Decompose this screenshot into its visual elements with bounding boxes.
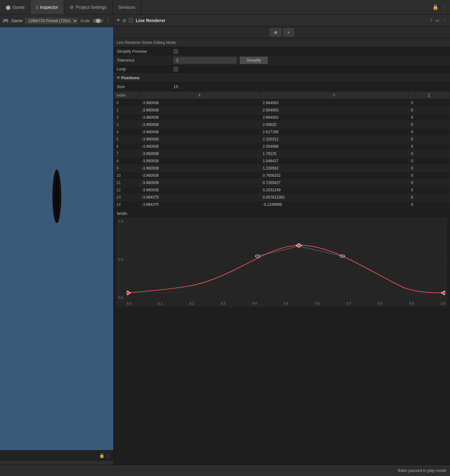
tab-inspector[interactable]: ℹ Inspector xyxy=(31,0,64,14)
tab-inspector-label: Inspector xyxy=(40,5,58,10)
tab-right-icons: 🔒 ⋮ xyxy=(432,4,450,10)
size-label: Size xyxy=(117,84,174,89)
cell-x-7: -3.960938 xyxy=(139,150,260,158)
cell-index-5: 5 xyxy=(114,136,139,143)
gear-icon: ⚙ xyxy=(70,5,74,10)
cell-x-6: -3.960938 xyxy=(139,143,260,150)
cell-index-9: 9 xyxy=(114,165,139,172)
x-0.8: 0.8 xyxy=(378,301,382,305)
add-btn[interactable]: + xyxy=(283,28,294,36)
col-index: Index xyxy=(114,92,139,99)
lock-icon[interactable]: 🔒 xyxy=(432,4,439,10)
cell-z-10: 0 xyxy=(408,172,450,179)
table-row: 7-3.9609381.781250 xyxy=(114,150,450,158)
positions-header[interactable]: Positions xyxy=(114,74,450,82)
cell-y-6: 2.054688 xyxy=(260,143,408,150)
scale-slider[interactable] xyxy=(93,19,103,23)
hierarchy-btn[interactable]: ⊕ xyxy=(270,28,281,36)
cell-z-12: 0 xyxy=(408,187,450,194)
collapse-arrow-icon[interactable] xyxy=(117,19,120,21)
more-bottom-icon[interactable]: ⋮ xyxy=(106,453,111,458)
inspector-scroll[interactable]: Simplify Preview Tolerance Simplify Loop xyxy=(114,47,450,476)
cell-y-0: 2.664063 xyxy=(260,99,408,107)
simplify-preview-checkbox[interactable] xyxy=(174,49,178,54)
cell-x-8: -3.960938 xyxy=(139,158,260,165)
component-title: Line Renderer xyxy=(136,18,165,23)
tolerance-input[interactable] xyxy=(174,57,237,64)
hierarchy-icon: ⊕ xyxy=(274,30,277,35)
cell-index-6: 6 xyxy=(114,143,139,150)
cell-y-9: 1.226562 xyxy=(260,165,408,172)
x-0.6: 0.6 xyxy=(315,301,320,305)
center-anchor xyxy=(296,243,302,247)
left-anchor xyxy=(127,291,131,295)
cell-y-11: 0.7265627 xyxy=(260,179,408,187)
svg-point-5 xyxy=(256,255,260,257)
x-0.1: 0.1 xyxy=(158,301,163,305)
chart-x-labels: 0.0 0.1 0.2 0.3 0.4 0.5 0.6 0.7 0.8 0.9 … xyxy=(127,301,445,305)
loop-label: Loop xyxy=(117,67,174,71)
tab-project-settings[interactable]: ⚙ Project Settings xyxy=(64,0,113,14)
tab-services[interactable]: Services xyxy=(113,0,141,14)
table-row: 8-3.9609381.6484370 xyxy=(114,158,450,165)
component-header-icons: ? ⇌ ⋮ xyxy=(430,18,447,23)
overflow-icon[interactable]: ⋮ xyxy=(442,18,447,23)
tab-game[interactable]: ⬤ Game xyxy=(0,0,31,14)
component-enabled-checkbox[interactable] xyxy=(129,18,133,23)
table-row: 11-3.9609380.72656270 xyxy=(114,179,450,187)
cell-z-2: 0 xyxy=(408,114,450,121)
table-row: 10-3.9609380.76562520 xyxy=(114,172,450,179)
more-options-icon[interactable]: ⋮ xyxy=(106,18,111,24)
cell-z-3: 0 xyxy=(408,121,450,128)
table-row: 3-3.9609382.656250 xyxy=(114,121,450,128)
cell-y-4: 2.617188 xyxy=(260,128,408,136)
lock-icon-bottom[interactable]: 🔒 xyxy=(99,453,104,458)
table-row: 14-3.984375-0.12499990 xyxy=(114,201,450,208)
cell-x-12: -3.960938 xyxy=(139,187,260,194)
cell-y-10: 0.7656252 xyxy=(260,172,408,179)
left-panel: 🎮 Game 1280x720 Portrait (720x1 Scale ⋮ … xyxy=(0,15,114,476)
x-0.2: 0.2 xyxy=(189,301,194,305)
width-section: Width 1.0 0.5 0.0 xyxy=(114,208,450,309)
width-chart[interactable]: 1.0 0.5 0.0 xyxy=(117,218,447,306)
cell-x-1: -3.960938 xyxy=(139,107,260,114)
x-0.4: 0.4 xyxy=(252,301,257,305)
cell-z-6: 0 xyxy=(408,143,450,150)
cell-x-0: -3.960938 xyxy=(139,99,260,107)
cell-index-8: 8 xyxy=(114,158,139,165)
more-icon[interactable]: ⋮ xyxy=(441,4,446,10)
game-controller-icon: 🎮 xyxy=(3,18,9,24)
cell-z-11: 0 xyxy=(408,179,450,187)
mid-left-handle xyxy=(256,255,260,257)
svg-line-6 xyxy=(258,246,299,256)
col-x: X xyxy=(139,92,260,99)
cell-z-1: 0 xyxy=(408,107,450,114)
component-grid-icon: ⊞ xyxy=(122,18,126,23)
cell-z-4: 0 xyxy=(408,128,450,136)
cell-index-14: 14 xyxy=(114,201,139,208)
loop-checkbox[interactable] xyxy=(174,67,178,71)
cell-x-9: -3.960938 xyxy=(139,165,260,172)
help-icon[interactable]: ? xyxy=(430,18,432,23)
table-row: 1-3.9609382.6640630 xyxy=(114,107,450,114)
cell-y-14: -0.1249999 xyxy=(260,201,408,208)
table-row: 2-3.9609382.6640630 xyxy=(114,114,450,121)
resolution-select[interactable]: 1280x720 Portrait (720x1 xyxy=(25,18,78,24)
cell-y-2: 2.664063 xyxy=(260,114,408,121)
svg-line-7 xyxy=(299,246,342,256)
x-0.0: 0.0 xyxy=(127,301,131,305)
cell-y-13: 0.007812381 xyxy=(260,194,408,201)
svg-marker-10 xyxy=(441,291,445,295)
game-title-label: Game xyxy=(11,18,22,23)
col-y: Y xyxy=(260,92,408,99)
cell-x-13: -3.984375 xyxy=(139,194,260,201)
cell-index-10: 10 xyxy=(114,172,139,179)
game-bottom-lock-bar: 🔒 ⋮ xyxy=(0,450,113,460)
settings-icon[interactable]: ⇌ xyxy=(435,18,439,23)
cell-y-12: 0.2031249 xyxy=(260,187,408,194)
cell-y-1: 2.664063 xyxy=(260,107,408,114)
simplify-button[interactable]: Simplify xyxy=(240,57,268,64)
tolerance-label: Tolerance xyxy=(117,58,174,62)
x-0.9: 0.9 xyxy=(409,301,414,305)
cell-y-8: 1.648437 xyxy=(260,158,408,165)
